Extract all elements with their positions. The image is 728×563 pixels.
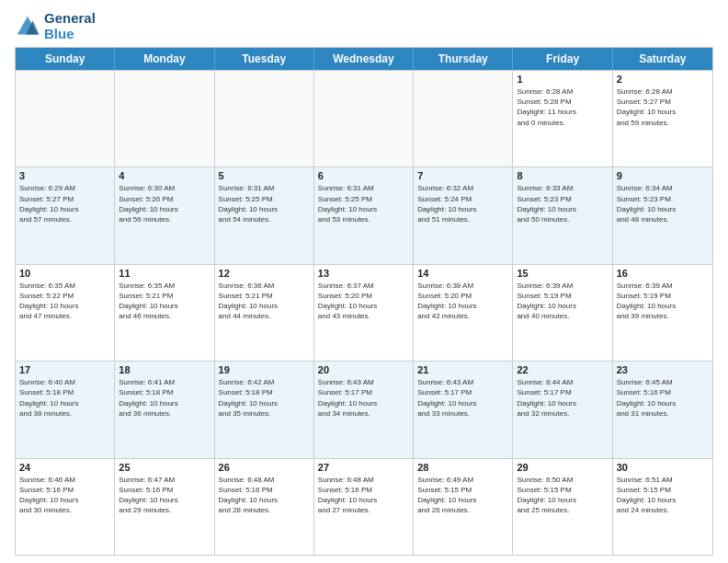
day-info: Sunrise: 6:39 AM Sunset: 5:19 PM Dayligh…	[617, 281, 709, 322]
weekday-header-friday: Friday	[513, 48, 612, 70]
calendar-cell-14: 14Sunrise: 6:38 AM Sunset: 5:20 PM Dayli…	[414, 265, 513, 361]
day-info: Sunrise: 6:39 AM Sunset: 5:19 PM Dayligh…	[517, 281, 608, 322]
calendar-cell-26: 26Sunrise: 6:48 AM Sunset: 5:16 PM Dayli…	[215, 459, 314, 555]
weekday-header-monday: Monday	[115, 48, 214, 70]
day-info: Sunrise: 6:32 AM Sunset: 5:24 PM Dayligh…	[417, 183, 508, 224]
day-info: Sunrise: 6:28 AM Sunset: 5:28 PM Dayligh…	[517, 86, 608, 128]
day-info: Sunrise: 6:43 AM Sunset: 5:17 PM Dayligh…	[417, 377, 508, 419]
calendar-cell-29: 29Sunrise: 6:50 AM Sunset: 5:15 PM Dayli…	[513, 459, 612, 555]
day-info: Sunrise: 6:34 AM Sunset: 5:23 PM Dayligh…	[617, 183, 709, 224]
calendar-cell-16: 16Sunrise: 6:39 AM Sunset: 5:19 PM Dayli…	[613, 265, 712, 361]
day-number: 24	[19, 462, 110, 473]
day-info: Sunrise: 6:40 AM Sunset: 5:18 PM Dayligh…	[19, 377, 110, 419]
day-info: Sunrise: 6:44 AM Sunset: 5:17 PM Dayligh…	[517, 377, 608, 419]
day-number: 17	[19, 364, 110, 375]
calendar-cell-27: 27Sunrise: 6:48 AM Sunset: 5:16 PM Dayli…	[314, 459, 414, 555]
day-number: 21	[417, 364, 508, 375]
calendar-cell-21: 21Sunrise: 6:43 AM Sunset: 5:17 PM Dayli…	[414, 362, 513, 457]
day-info: Sunrise: 6:43 AM Sunset: 5:17 PM Dayligh…	[318, 377, 409, 419]
day-number: 4	[119, 170, 210, 181]
day-number: 1	[517, 74, 608, 85]
day-number: 28	[417, 462, 508, 473]
day-number: 16	[617, 268, 709, 279]
calendar-row-1: 3Sunrise: 6:29 AM Sunset: 5:27 PM Daylig…	[16, 167, 712, 263]
calendar-cell-13: 13Sunrise: 6:37 AM Sunset: 5:20 PM Dayli…	[314, 265, 414, 361]
logo-text: General Blue	[44, 11, 96, 41]
header: General Blue	[15, 11, 713, 41]
day-number: 14	[417, 268, 508, 279]
day-info: Sunrise: 6:35 AM Sunset: 5:21 PM Dayligh…	[119, 281, 210, 322]
day-number: 11	[119, 268, 210, 279]
day-number: 26	[219, 462, 310, 473]
calendar-cell-empty-0-0	[16, 71, 115, 167]
day-info: Sunrise: 6:42 AM Sunset: 5:18 PM Dayligh…	[219, 377, 310, 419]
calendar-body: 1Sunrise: 6:28 AM Sunset: 5:28 PM Daylig…	[16, 70, 712, 555]
day-info: Sunrise: 6:31 AM Sunset: 5:25 PM Dayligh…	[318, 183, 409, 224]
calendar-cell-19: 19Sunrise: 6:42 AM Sunset: 5:18 PM Dayli…	[215, 362, 314, 457]
day-info: Sunrise: 6:45 AM Sunset: 5:16 PM Dayligh…	[617, 377, 709, 419]
calendar-cell-18: 18Sunrise: 6:41 AM Sunset: 5:18 PM Dayli…	[115, 362, 214, 457]
calendar-cell-8: 8Sunrise: 6:33 AM Sunset: 5:23 PM Daylig…	[513, 167, 612, 263]
day-number: 23	[617, 364, 709, 375]
day-info: Sunrise: 6:49 AM Sunset: 5:15 PM Dayligh…	[417, 475, 508, 516]
calendar-cell-3: 3Sunrise: 6:29 AM Sunset: 5:27 PM Daylig…	[16, 167, 115, 263]
day-number: 20	[318, 364, 409, 375]
day-info: Sunrise: 6:33 AM Sunset: 5:23 PM Dayligh…	[517, 183, 608, 224]
calendar-cell-1: 1Sunrise: 6:28 AM Sunset: 5:28 PM Daylig…	[513, 71, 612, 167]
calendar-cell-2: 2Sunrise: 6:28 AM Sunset: 5:27 PM Daylig…	[613, 71, 712, 167]
day-number: 9	[617, 170, 709, 181]
day-info: Sunrise: 6:47 AM Sunset: 5:16 PM Dayligh…	[119, 475, 210, 516]
calendar-cell-15: 15Sunrise: 6:39 AM Sunset: 5:19 PM Dayli…	[513, 265, 612, 361]
calendar-cell-23: 23Sunrise: 6:45 AM Sunset: 5:16 PM Dayli…	[613, 362, 712, 457]
day-number: 19	[219, 364, 310, 375]
calendar-cell-10: 10Sunrise: 6:35 AM Sunset: 5:22 PM Dayli…	[16, 265, 115, 361]
calendar: SundayMondayTuesdayWednesdayThursdayFrid…	[15, 47, 713, 556]
calendar-cell-9: 9Sunrise: 6:34 AM Sunset: 5:23 PM Daylig…	[613, 167, 712, 263]
day-number: 13	[318, 268, 409, 279]
weekday-header-tuesday: Tuesday	[215, 48, 314, 70]
page: General Blue SundayMondayTuesdayWednesda…	[0, 0, 728, 563]
calendar-cell-30: 30Sunrise: 6:51 AM Sunset: 5:15 PM Dayli…	[613, 459, 712, 555]
calendar-cell-4: 4Sunrise: 6:30 AM Sunset: 5:26 PM Daylig…	[115, 167, 214, 263]
day-info: Sunrise: 6:36 AM Sunset: 5:21 PM Dayligh…	[219, 281, 310, 322]
calendar-cell-7: 7Sunrise: 6:32 AM Sunset: 5:24 PM Daylig…	[414, 167, 513, 263]
day-number: 27	[318, 462, 409, 473]
day-info: Sunrise: 6:28 AM Sunset: 5:27 PM Dayligh…	[617, 86, 709, 128]
day-info: Sunrise: 6:35 AM Sunset: 5:22 PM Dayligh…	[19, 281, 110, 322]
day-number: 5	[219, 170, 310, 181]
logo: General Blue	[15, 11, 96, 41]
calendar-cell-22: 22Sunrise: 6:44 AM Sunset: 5:17 PM Dayli…	[513, 362, 612, 457]
weekday-header-sunday: Sunday	[16, 48, 115, 70]
calendar-cell-28: 28Sunrise: 6:49 AM Sunset: 5:15 PM Dayli…	[414, 459, 513, 555]
calendar-cell-17: 17Sunrise: 6:40 AM Sunset: 5:18 PM Dayli…	[16, 362, 115, 457]
calendar-cell-empty-0-3	[314, 71, 414, 167]
calendar-row-4: 24Sunrise: 6:46 AM Sunset: 5:16 PM Dayli…	[16, 458, 712, 555]
logo-icon	[15, 14, 40, 40]
day-info: Sunrise: 6:37 AM Sunset: 5:20 PM Dayligh…	[318, 281, 409, 322]
day-info: Sunrise: 6:48 AM Sunset: 5:16 PM Dayligh…	[219, 475, 310, 516]
calendar-row-3: 17Sunrise: 6:40 AM Sunset: 5:18 PM Dayli…	[16, 361, 712, 457]
calendar-cell-empty-0-4	[414, 71, 513, 167]
day-number: 12	[219, 268, 310, 279]
day-info: Sunrise: 6:41 AM Sunset: 5:18 PM Dayligh…	[119, 377, 210, 419]
day-number: 30	[617, 462, 709, 473]
day-number: 25	[119, 462, 210, 473]
calendar-header: SundayMondayTuesdayWednesdayThursdayFrid…	[16, 48, 712, 70]
day-info: Sunrise: 6:30 AM Sunset: 5:26 PM Dayligh…	[119, 183, 210, 224]
day-number: 2	[617, 74, 709, 85]
calendar-cell-25: 25Sunrise: 6:47 AM Sunset: 5:16 PM Dayli…	[115, 459, 214, 555]
weekday-header-thursday: Thursday	[414, 48, 513, 70]
day-info: Sunrise: 6:51 AM Sunset: 5:15 PM Dayligh…	[617, 475, 709, 516]
day-info: Sunrise: 6:46 AM Sunset: 5:16 PM Dayligh…	[19, 475, 110, 516]
day-number: 29	[517, 462, 608, 473]
calendar-cell-12: 12Sunrise: 6:36 AM Sunset: 5:21 PM Dayli…	[215, 265, 314, 361]
day-number: 10	[19, 268, 110, 279]
calendar-cell-5: 5Sunrise: 6:31 AM Sunset: 5:25 PM Daylig…	[215, 167, 314, 263]
day-info: Sunrise: 6:31 AM Sunset: 5:25 PM Dayligh…	[219, 183, 310, 224]
calendar-cell-6: 6Sunrise: 6:31 AM Sunset: 5:25 PM Daylig…	[314, 167, 414, 263]
calendar-cell-20: 20Sunrise: 6:43 AM Sunset: 5:17 PM Dayli…	[314, 362, 414, 457]
day-number: 7	[417, 170, 508, 181]
day-number: 15	[517, 268, 608, 279]
day-number: 18	[119, 364, 210, 375]
day-number: 6	[318, 170, 409, 181]
